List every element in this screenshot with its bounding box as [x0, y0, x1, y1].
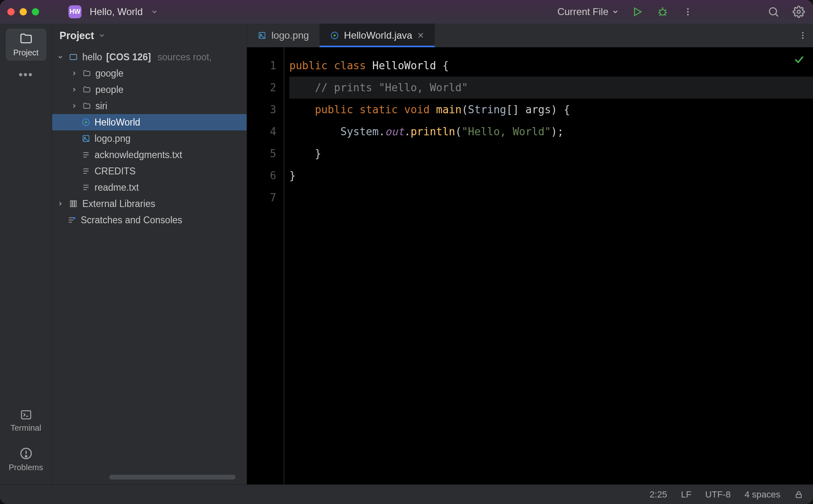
- svg-point-12: [769, 8, 777, 15]
- rail-more-icon[interactable]: •••: [19, 68, 33, 81]
- analysis-ok-icon[interactable]: [793, 54, 805, 65]
- tab-logo[interactable]: logo.png: [247, 24, 319, 47]
- rail-project-label: Project: [13, 48, 38, 57]
- titlebar-right: Current File: [557, 5, 806, 19]
- tree-folder-siri[interactable]: siri: [52, 98, 247, 114]
- main-area: Project ••• Terminal Problems Project: [0, 24, 813, 484]
- close-tab-icon[interactable]: ✕: [417, 31, 424, 40]
- run-icon[interactable]: [630, 5, 644, 19]
- line-number: 4: [247, 121, 276, 143]
- rail-terminal-button[interactable]: Terminal: [6, 405, 46, 436]
- code-token: public: [315, 103, 353, 116]
- gutter-divider: [284, 47, 284, 484]
- tree-file-logo[interactable]: logo.png: [52, 130, 247, 147]
- svg-line-4: [665, 10, 667, 11]
- library-icon: [68, 199, 78, 208]
- svg-line-3: [659, 10, 661, 11]
- svg-rect-36: [75, 201, 77, 207]
- chevron-down-icon: [98, 32, 106, 39]
- project-tree[interactable]: hello [COS 126] sources root, google peo…: [52, 47, 247, 484]
- text-file-icon: [82, 183, 90, 192]
- status-line-sep[interactable]: LF: [681, 489, 692, 500]
- tree-root-name: hello: [82, 52, 102, 63]
- debug-icon[interactable]: [656, 5, 670, 19]
- line-number: 1: [247, 55, 276, 77]
- tree-label: External Libraries: [82, 198, 155, 209]
- svg-point-45: [802, 32, 804, 34]
- chevron-right-icon[interactable]: [71, 86, 78, 93]
- tab-helloworld[interactable]: HelloWorld.java ✕: [319, 24, 435, 47]
- java-class-icon: [330, 31, 339, 40]
- code-token: String: [468, 103, 506, 116]
- chevron-right-icon[interactable]: [71, 70, 78, 77]
- line-number: 2: [247, 77, 276, 99]
- svg-rect-20: [70, 55, 77, 60]
- code-token: System: [340, 125, 379, 138]
- tree-scratches[interactable]: Scratches and Consoles: [52, 212, 247, 228]
- readonly-lock-icon[interactable]: [794, 490, 803, 499]
- tree-file-ack[interactable]: acknowledgments.txt: [52, 147, 247, 163]
- tab-label: HelloWorld.java: [344, 30, 412, 41]
- tree-folder-people[interactable]: people: [52, 81, 247, 98]
- chevron-right-icon[interactable]: [57, 200, 64, 207]
- svg-point-9: [687, 8, 689, 10]
- folder-icon: [82, 102, 91, 110]
- tree-file-credits[interactable]: CREDITS: [52, 163, 247, 179]
- close-window-button[interactable]: [7, 8, 15, 15]
- project-tree-header[interactable]: Project: [52, 24, 247, 47]
- svg-point-46: [802, 35, 804, 36]
- run-config-selector[interactable]: Current File: [557, 6, 619, 18]
- tree-root-note: sources root,: [158, 52, 212, 63]
- status-indent[interactable]: 4 spaces: [745, 489, 780, 500]
- status-cursor-pos[interactable]: 2:25: [650, 489, 667, 500]
- code-token: println: [410, 125, 455, 138]
- text-file-icon: [82, 150, 90, 159]
- tabs-more-icon[interactable]: [793, 24, 813, 47]
- code-editor[interactable]: 1 2 3 4 5 6 7 public class HelloWorld { …: [247, 47, 813, 484]
- chevron-down-icon[interactable]: [151, 8, 158, 15]
- svg-rect-15: [21, 411, 31, 419]
- line-gutter: 1 2 3 4 5 6 7: [247, 47, 284, 484]
- svg-point-14: [797, 10, 800, 13]
- search-icon[interactable]: [767, 5, 780, 19]
- image-file-icon: [258, 31, 267, 40]
- window-controls: [7, 8, 39, 15]
- code-content[interactable]: public class HelloWorld { // prints "Hel…: [284, 47, 813, 484]
- tree-file-readme[interactable]: readme.txt: [52, 179, 247, 196]
- svg-point-40: [73, 217, 76, 220]
- code-token: void: [404, 103, 430, 116]
- gear-icon[interactable]: [792, 5, 806, 19]
- tree-label: people: [95, 84, 123, 95]
- rail-problems-button[interactable]: Problems: [6, 443, 46, 475]
- tree-label: Scratches and Consoles: [81, 215, 182, 226]
- chevron-right-icon[interactable]: [71, 103, 78, 109]
- tree-file-helloworld[interactable]: HelloWorld: [52, 114, 247, 130]
- folder-icon: [82, 86, 91, 94]
- horizontal-scrollbar[interactable]: [109, 475, 236, 480]
- maximize-window-button[interactable]: [32, 8, 39, 15]
- code-token: // prints "Hello, World": [315, 81, 468, 94]
- line-number: 7: [247, 187, 276, 209]
- tree-label: acknowledgments.txt: [95, 150, 182, 161]
- tree-label: logo.png: [95, 133, 130, 144]
- tree-external-libs[interactable]: External Libraries: [52, 196, 247, 212]
- minimize-window-button[interactable]: [20, 8, 27, 15]
- tree-root-qualifier: [COS 126]: [106, 52, 151, 63]
- project-title[interactable]: Hello, World: [90, 6, 143, 18]
- rail-project-button[interactable]: Project: [6, 29, 46, 61]
- java-class-icon: [82, 118, 90, 127]
- svg-line-7: [659, 14, 661, 16]
- svg-rect-48: [796, 494, 802, 497]
- svg-marker-44: [334, 34, 336, 37]
- tree-folder-google[interactable]: google: [52, 65, 247, 81]
- editor-area: logo.png HelloWorld.java ✕ 1 2 3: [247, 24, 813, 484]
- status-encoding[interactable]: UTF-8: [705, 489, 731, 500]
- ide-window: HW Hello, World Current File: [0, 0, 813, 504]
- tree-root[interactable]: hello [COS 126] sources root,: [52, 49, 247, 65]
- project-badge: HW: [68, 5, 82, 18]
- more-vertical-icon[interactable]: [681, 5, 695, 19]
- project-tree-panel: Project hello [COS 126] sources root, go: [52, 24, 247, 484]
- tool-rail: Project ••• Terminal Problems: [0, 24, 52, 484]
- tab-label: logo.png: [271, 30, 309, 41]
- chevron-down-icon[interactable]: [57, 54, 64, 60]
